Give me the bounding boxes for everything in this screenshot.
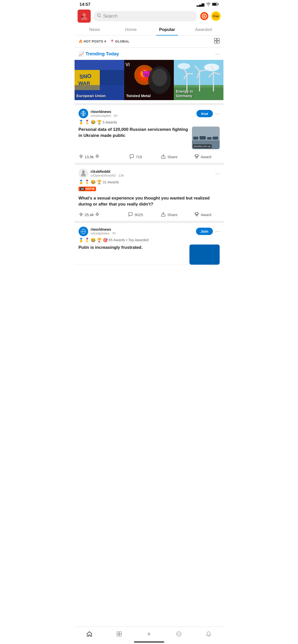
svg-rect-20 <box>75 60 124 70</box>
downvote-icon-2[interactable] <box>95 212 100 218</box>
trending-more-btn[interactable]: ··· <box>215 51 220 57</box>
post-content-3: Putin is increasingly frustrated. <box>79 245 220 265</box>
upvote-icon-2[interactable] <box>79 212 84 218</box>
free-badge[interactable]: Free <box>211 11 221 21</box>
svg-rect-41 <box>199 71 200 91</box>
comment-icon-1 <box>129 154 134 160</box>
post-meta-1: r/worldnews u/marcusyami · 2h <box>91 110 117 117</box>
nsfw-badge: 18 NSFW <box>79 186 220 193</box>
global-filter[interactable]: 📍 GLOBAL <box>110 39 129 43</box>
svg-rect-58 <box>213 137 218 140</box>
trending-section: 📈 Trending Today ··· <box>75 48 224 103</box>
trending-title: 📈 Trending Today <box>79 51 119 57</box>
post-header-right-1: true ··· <box>196 110 219 117</box>
section-divider <box>75 103 224 105</box>
awards-row-2: 🥇 🎖️ 😂 🏆 31 Awards <box>79 180 220 184</box>
svg-rect-16 <box>214 41 217 43</box>
hot-posts-filter[interactable]: 🔥 HOT POSTS ▾ <box>79 39 106 43</box>
tab-news[interactable]: News <box>77 24 113 35</box>
post-meta-3: r/worldnews u/icedpickles · 7h <box>91 227 116 235</box>
tab-home[interactable]: Home <box>113 24 149 35</box>
tab-awarded[interactable]: Awarded <box>185 24 222 35</box>
upvote-icon-1[interactable] <box>79 154 84 160</box>
svg-rect-14 <box>214 38 217 41</box>
subreddit-name-1[interactable]: r/worldnews <box>91 110 117 114</box>
search-icon <box>97 14 101 19</box>
flame-icon: 🔥 <box>79 39 83 43</box>
vote-count-1: 13,9k <box>85 155 94 159</box>
awards-row-3: 🥇 🎖️ 😂 🏆 🎯 65 Awards • Top Awarded <box>79 238 220 243</box>
status-icons: ▂▄▆ <box>196 3 219 7</box>
share-action-1[interactable]: Share <box>152 154 186 160</box>
tab-popular[interactable]: Popular <box>149 24 185 35</box>
svg-text:SNO: SNO <box>79 73 92 80</box>
user-avatar[interactable] <box>78 10 91 23</box>
subreddit-name-2[interactable]: r/AskReddit <box>91 170 124 174</box>
post-header-right-3: Join ··· <box>196 228 220 235</box>
more-options-3[interactable]: ··· <box>215 228 220 234</box>
wifi-icon <box>206 3 211 7</box>
post-title-3: Putin is increasingly frustrated. <box>79 245 187 251</box>
svg-point-64 <box>81 173 85 176</box>
header: Search Free <box>75 8 224 24</box>
tabs: News Home Popular Awarded <box>75 24 224 35</box>
svg-rect-56 <box>200 136 206 140</box>
trending-card-eu[interactable]: SNO WAR European Union <box>75 60 124 100</box>
vote-group-1[interactable]: 13,9k <box>79 154 119 160</box>
post-title-2: What's a sexual experience you thought y… <box>79 195 220 207</box>
post-author-3: u/icedpickles · 7h <box>91 231 116 235</box>
share-icon-1 <box>161 154 166 160</box>
action-bar-1: 13,9k 718 <box>79 152 220 163</box>
search-bar[interactable]: Search <box>93 11 197 21</box>
trending-card-energy[interactable]: Energy inGermany <box>174 60 223 100</box>
filter-bar: 🔥 HOT POSTS ▾ 📍 GLOBAL <box>75 35 224 48</box>
post-thumbnail-3[interactable] <box>189 245 220 265</box>
post-author-1: u/marcusyami · 2h <box>91 114 117 117</box>
join-button-1[interactable]: true <box>196 110 213 117</box>
svg-rect-40 <box>187 73 193 74</box>
reddit-video-btn[interactable] <box>200 11 209 21</box>
card-twisted-label: Twisted Metal <box>126 94 151 98</box>
worldnews-avatar[interactable] <box>79 109 88 118</box>
svg-text:?: ? <box>83 171 84 173</box>
action-bar-2: 25,4k 9025 <box>79 210 220 221</box>
more-options-1[interactable]: ··· <box>215 111 220 116</box>
svg-text:👿: 👿 <box>142 70 151 78</box>
vote-group-2[interactable]: 25,4k <box>79 212 119 218</box>
status-time: 14:57 <box>80 2 90 7</box>
svg-rect-57 <box>207 137 212 140</box>
comment-action-1[interactable]: 718 <box>119 154 152 160</box>
post-divider-1 <box>75 163 224 165</box>
post-worldnews-1: r/worldnews u/marcusyami · 2h true ··· 🥇… <box>75 105 224 163</box>
post-title-1: Personal data of 120,000 Russian service… <box>79 127 189 149</box>
award-action-2[interactable]: Award <box>186 212 219 218</box>
signal-icon: ▂▄▆ <box>196 3 205 7</box>
post-askreddit: ? r/AskReddit u/OperaGhostAD · 13h <box>75 165 224 221</box>
worldnews-avatar-2[interactable] <box>79 227 88 236</box>
trending-header: 📈 Trending Today ··· <box>75 51 224 60</box>
layout-toggle-icon[interactable] <box>214 38 220 45</box>
more-options-2[interactable]: ··· <box>215 171 220 176</box>
svg-rect-65 <box>195 212 198 214</box>
search-placeholder: Search <box>103 14 118 19</box>
svg-rect-55 <box>193 137 198 140</box>
subreddit-name-3[interactable]: r/worldnews <box>91 227 116 231</box>
askreddit-avatar[interactable]: ? <box>79 169 88 178</box>
post-worldnews-2: r/worldnews u/icedpickles · 7h Join ··· … <box>75 223 224 265</box>
join-button-3[interactable]: Join <box>196 228 213 235</box>
svg-rect-37 <box>186 74 187 91</box>
svg-point-28 <box>152 69 167 86</box>
card-energy-label: Energy inGermany <box>176 89 193 98</box>
share-action-2[interactable]: Share <box>152 212 186 218</box>
svg-text:VI: VI <box>125 62 130 67</box>
post-header-3: r/worldnews u/icedpickles · 7h Join ··· <box>79 227 220 236</box>
battery-icon <box>212 3 219 7</box>
svg-rect-45 <box>213 72 214 91</box>
post-header-right-2: ··· <box>215 171 220 176</box>
award-action-1[interactable]: Award <box>186 154 219 160</box>
comment-action-2[interactable]: 9025 <box>119 212 152 218</box>
svg-rect-1 <box>218 4 218 5</box>
trending-card-twisted[interactable]: 👿 VI Twisted Metal <box>124 60 174 100</box>
post-thumbnail-1[interactable]: pravda.com.ua <box>192 127 220 149</box>
downvote-icon-1[interactable] <box>95 154 100 160</box>
